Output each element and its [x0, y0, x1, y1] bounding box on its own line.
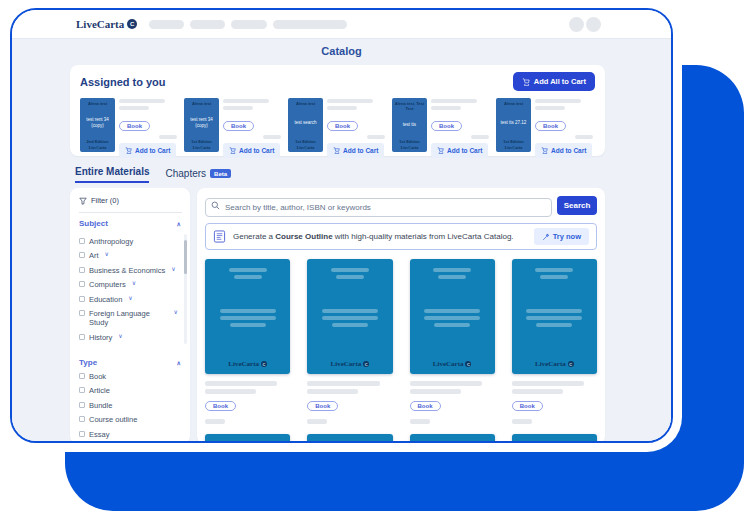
nav-placeholder[interactable] — [231, 20, 267, 29]
checkbox[interactable] — [79, 334, 85, 340]
page-title: Catalog — [321, 45, 361, 57]
checkbox[interactable] — [79, 387, 85, 393]
checkbox[interactable] — [79, 310, 85, 316]
filter-option[interactable]: Course outline — [79, 415, 178, 424]
search-input[interactable] — [205, 198, 552, 217]
filter-option[interactable]: Education∨ — [79, 295, 178, 304]
title-placeholder — [119, 99, 165, 103]
title-placeholder — [307, 381, 379, 386]
book-cover-thumbnail[interactable]: Alena test test rent 34 (copy) 2nd Editi… — [80, 98, 115, 152]
filter-option[interactable]: Art∨ — [79, 251, 178, 260]
chevron-up-icon[interactable]: ∧ — [177, 359, 181, 366]
checkbox[interactable] — [79, 238, 85, 244]
filter-option[interactable]: Language Arts & Disciplines — [79, 347, 178, 348]
format-badge: Book — [431, 121, 462, 131]
checkbox[interactable] — [79, 296, 85, 302]
book-card[interactable]: LiveCartaC Book — [307, 259, 392, 424]
book-cover[interactable] — [512, 434, 597, 443]
avatar-placeholder[interactable] — [569, 17, 584, 32]
price-placeholder — [512, 419, 532, 424]
book-card[interactable]: LiveCartaC Book — [410, 259, 495, 424]
scrollbar-thumb[interactable] — [184, 240, 187, 274]
filter-funnel-icon — [79, 197, 87, 205]
filter-option[interactable]: Article — [79, 386, 178, 395]
assigned-card[interactable]: Alena test, Test Test test tts 1st Editi… — [392, 98, 491, 158]
chevron-down-icon[interactable]: ∨ — [128, 295, 132, 303]
add-all-to-cart-button[interactable]: Add All to Cart — [513, 72, 595, 91]
book-cover[interactable] — [307, 434, 392, 443]
cover-brand: LiveCarta — [394, 145, 425, 150]
add-to-cart-button[interactable]: Add to Cart — [327, 143, 384, 158]
add-to-cart-button[interactable]: Add to Cart — [535, 143, 592, 158]
subtitle-placeholder — [535, 106, 565, 110]
checkbox[interactable] — [79, 267, 85, 273]
book-cover-thumbnail[interactable]: Alena test test search 1st Edition LiveC… — [288, 98, 323, 152]
checkbox[interactable] — [79, 281, 85, 287]
add-to-cart-button[interactable]: Add to Cart — [223, 143, 280, 158]
nav-placeholder[interactable] — [273, 20, 347, 29]
chevron-down-icon[interactable]: ∨ — [132, 280, 136, 288]
livecarta-logo[interactable]: LiveCarta C — [76, 18, 137, 30]
filter-option[interactable]: Essay — [79, 430, 178, 439]
filter-option[interactable]: Bundle — [79, 401, 178, 410]
add-to-cart-button[interactable]: Add to Cart — [119, 143, 176, 158]
filter-section-subject[interactable]: Subject ∧ — [79, 219, 190, 228]
book-cover-thumbnail[interactable]: Alena test test tts 27.12 1st Edition Li… — [496, 98, 531, 152]
filter-option[interactable]: History∨ — [79, 333, 178, 342]
chevron-down-icon[interactable]: ∨ — [105, 251, 109, 259]
chevron-down-icon[interactable]: ∨ — [171, 266, 175, 274]
book-cover[interactable] — [410, 434, 495, 443]
book-cover[interactable]: LiveCartaC — [410, 259, 495, 374]
filter-section-type[interactable]: Type ∧ — [79, 358, 190, 367]
checkbox[interactable] — [79, 416, 85, 422]
nav-placeholder[interactable] — [149, 20, 184, 29]
course-outline-banner: Generate a Course Outline with high-qual… — [205, 223, 597, 250]
beta-badge: Beta — [210, 169, 231, 178]
assigned-card[interactable]: Alena test test rent 34 (copy) 1st Editi… — [184, 98, 283, 158]
checkbox[interactable] — [79, 431, 85, 437]
filter-option[interactable]: Business & Economics∨ — [79, 266, 178, 275]
course-outline-icon — [213, 230, 226, 243]
assigned-card[interactable]: Alena test test search 1st Edition LiveC… — [288, 98, 387, 158]
catalog-tabs: Entire Materials Chapters Beta — [70, 166, 605, 183]
logo-icon: C — [127, 19, 137, 29]
try-now-button[interactable]: Try now — [534, 228, 589, 245]
checkbox[interactable] — [79, 373, 85, 379]
format-badge: Book — [205, 401, 236, 411]
book-card[interactable]: LiveCartaC Book — [512, 259, 597, 424]
checkbox[interactable] — [79, 402, 85, 408]
subtitle-placeholder — [119, 106, 149, 110]
checkbox[interactable] — [79, 252, 85, 258]
book-card[interactable]: LiveCartaC Book — [205, 259, 290, 424]
filter-option[interactable]: Anthropology — [79, 237, 178, 246]
assigned-card[interactable]: Alena test test tts 27.12 1st Edition Li… — [496, 98, 595, 158]
chevron-down-icon[interactable]: ∨ — [174, 309, 178, 317]
filter-option[interactable]: Foreign Language Study∨ — [79, 309, 178, 328]
tab-entire-materials[interactable]: Entire Materials — [75, 166, 149, 183]
title-placeholder — [410, 381, 482, 386]
filter-option[interactable]: Book — [79, 372, 178, 381]
book-cover[interactable]: LiveCartaC — [205, 259, 290, 374]
avatar-placeholder[interactable] — [586, 17, 601, 32]
chevron-up-icon[interactable]: ∧ — [177, 220, 181, 227]
filter-header[interactable]: Filter (0) — [79, 196, 190, 205]
assigned-card[interactable]: Alena test test rent 34 (copy) 2nd Editi… — [80, 98, 179, 158]
cover-brand: LiveCarta — [82, 145, 113, 150]
add-to-cart-button[interactable]: Add to Cart — [431, 143, 488, 158]
title-placeholder — [327, 99, 373, 103]
tab-chapters[interactable]: Chapters Beta — [165, 168, 231, 183]
filter-option[interactable]: Computers∨ — [79, 280, 178, 289]
catalog-main: Search Generate a Course Outline with hi… — [197, 188, 605, 443]
search-button[interactable]: Search — [557, 196, 597, 215]
nav-placeholder[interactable] — [190, 20, 225, 29]
format-badge: Book — [535, 121, 566, 131]
book-cover-thumbnail[interactable]: Alena test test rent 34 (copy) 1st Editi… — [184, 98, 219, 152]
stage: LiveCarta C Catalog Assigned — [0, 0, 747, 514]
book-cover[interactable]: LiveCartaC — [307, 259, 392, 374]
book-cover[interactable] — [205, 434, 290, 443]
book-cover[interactable]: LiveCartaC — [512, 259, 597, 374]
format-badge: Book — [119, 121, 150, 131]
chevron-down-icon[interactable]: ∨ — [118, 333, 122, 341]
logo-text: LiveCarta — [76, 18, 124, 30]
book-cover-thumbnail[interactable]: Alena test, Test Test test tts 1st Editi… — [392, 98, 427, 152]
